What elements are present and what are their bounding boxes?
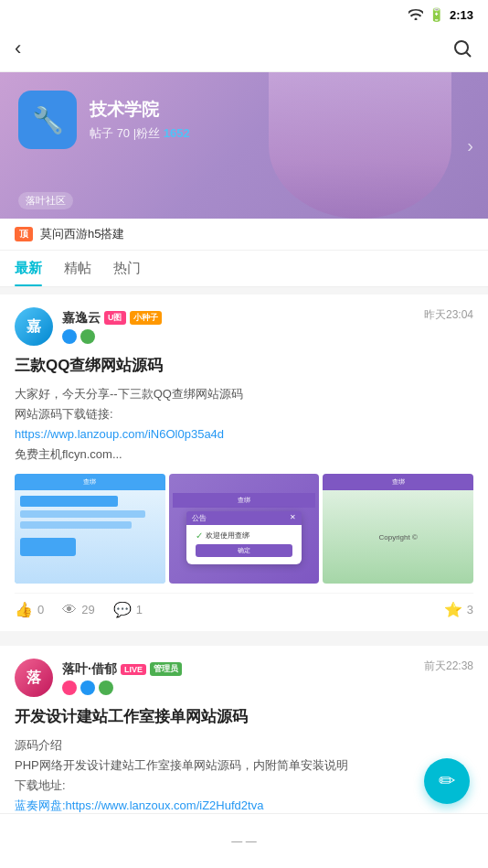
tab-bar: 最新 精帖 热门 [0,251,488,287]
post-image-1c[interactable]: 查绑 Copyright © [323,474,473,584]
like-action-1[interactable]: 👍 0 [15,601,44,618]
author-badge-admin: 管理员 [150,662,182,676]
author-badge-seedling: 小种子 [130,311,162,325]
svg-point-0 [455,41,468,54]
post-author-2[interactable]: 落 落叶·借郁 LIVE 管理员 [15,659,182,697]
post-body-2: 源码介绍 PHP网络开发设计建站工作室接单网站源码，内附简单安装说明 下载地址:… [15,735,473,816]
post-card-1: 嘉 嘉逸云 U图 小种子 昨天23:04 三款QQ查绑网站源码 大家好，今天分享… [0,295,488,631]
community-title: 技术学院 [90,98,190,122]
verified-icon [62,329,77,344]
post-text-1a: 大家好，今天分享--下三款QQ查绑网站源码 [15,384,473,404]
community-banner[interactable]: 🔧 技术学院 帖子 70 |粉丝 1652 落叶社区 › [0,72,488,219]
avatar-2: 落 [15,659,53,697]
post-time-2: 前天22:38 [424,659,473,674]
post-title-1: 三款QQ查绑网站源码 [15,355,473,377]
star-action-1[interactable]: ⭐ 3 [444,601,473,618]
comment-icon: 💬 [113,601,132,618]
posts-label: 帖子 [90,126,113,140]
view-icon: 👁 [62,602,77,618]
svg-line-1 [467,53,472,58]
post-images-1: 查绑 查绑 公告 ✕ [15,474,473,584]
divider-1 [0,631,488,638]
post-text-2b: PHP网络开发设计建站工作室接单网站源码，内附简单安装说明 [15,755,473,776]
community-icon: 🔧 [18,91,77,149]
post-image-1a[interactable]: 查绑 [15,474,165,584]
author-badge-live: LIVE [121,664,146,675]
community-tag: 落叶社区 [18,192,73,209]
post-time-1: 昨天23:04 [424,307,473,323]
posts-count: 70 [117,126,130,140]
bottom-nav: — — [0,813,488,868]
badge-icon-green [99,680,113,695]
post-text-2c: 下载地址: [15,776,473,796]
wifi-icon [408,9,423,20]
comment-count-1: 1 [136,603,143,616]
community-stats: 帖子 70 |粉丝 1652 [90,125,190,142]
tab-latest[interactable]: 最新 [15,251,42,286]
mock-dialog: 公告 ✕ ✓ 欢迎使用查绑 确定 [186,511,301,564]
badge-icon-blue [80,680,95,695]
compose-fab[interactable]: ✏ [424,758,470,804]
like-count-1: 0 [37,603,44,616]
chevron-right-icon[interactable]: › [467,135,473,156]
back-button[interactable]: ‹ [15,37,21,60]
search-icon[interactable] [451,38,473,59]
status-time: 2:13 [450,8,473,22]
post-link-1[interactable]: https://wwp.lanzoup.com/iN6Ol0p35a4d [15,424,473,445]
tab-hot[interactable]: 热门 [113,251,141,286]
badge-icon-red [62,680,77,695]
view-action-1[interactable]: 👁 29 [62,602,94,618]
author-name-2: 落叶·借郁 [62,661,117,678]
followers-count: 1652 [164,126,190,140]
follow-label: |粉丝 [133,126,160,140]
author-badge-uid: U图 [104,311,126,325]
battery-icon: 🔋 [429,7,444,22]
post-text-1b: 网站源码下载链接: [15,404,473,424]
author-name-1: 嘉逸云 [62,310,101,327]
like-icon: 👍 [15,601,33,618]
post-body-1: 大家好，今天分享--下三款QQ查绑网站源码 网站源码下载链接: https://… [15,384,473,465]
top-nav: ‹ [0,29,488,72]
avatar-1: 嘉 [15,307,53,346]
compose-icon: ✏ [439,769,455,793]
status-bar: 🔋 2:13 [0,0,488,29]
level-icon [80,329,95,344]
post-freehost: 免费主机flcyn.com... [15,445,473,465]
post-image-1b[interactable]: 查绑 公告 ✕ ✓ 欢迎使用查绑 确定 [169,474,320,584]
post-author-1[interactable]: 嘉 嘉逸云 U图 小种子 [15,307,162,346]
pinned-notice[interactable]: 顶 莫问西游h5搭建 [0,219,488,251]
img2-query-label: 查绑 [238,496,250,505]
post-footer-1: 👍 0 👁 29 💬 1 ⭐ 3 [15,593,473,618]
bottom-nav-placeholder: — — [231,835,256,848]
pinned-text: 莫问西游h5搭建 [40,226,124,242]
post-title-2: 开发设计建站工作室接单网站源码 [15,706,473,728]
star-count-1: 3 [467,603,473,616]
tab-featured[interactable]: 精帖 [64,251,91,286]
community-info: 技术学院 帖子 70 |粉丝 1652 [90,98,190,142]
pinned-badge: 顶 [15,227,33,241]
view-count-1: 29 [81,603,94,616]
post-text-2a: 源码介绍 [15,735,473,755]
star-icon: ⭐ [444,601,462,618]
comment-action-1[interactable]: 💬 1 [113,601,143,618]
